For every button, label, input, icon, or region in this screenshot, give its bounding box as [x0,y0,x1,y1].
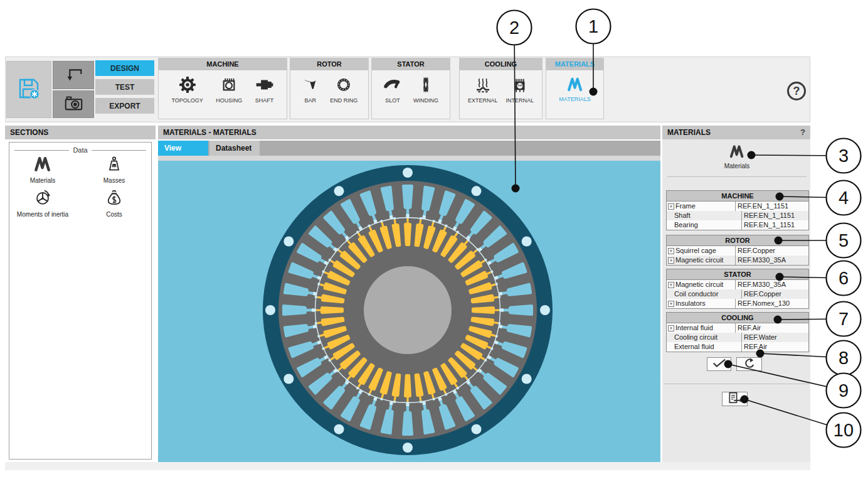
ribbon-item-topology[interactable]: TOPOLOGY [171,75,203,104]
ribbon-group-title: MACHINE [159,58,287,70]
expand-icon[interactable] [668,282,674,288]
ribbon-item-label: SLOT [385,97,400,104]
help-button[interactable]: ? [787,82,806,100]
table-title: COOLING [667,313,808,323]
table-row[interactable]: FrameREF.EN_1_1151 [667,202,808,211]
sections-item-masses[interactable]: Masses [80,154,149,184]
expand-icon[interactable] [668,301,674,307]
table-row[interactable]: Internal fluidREF.Air [667,323,808,333]
panel-divider [664,384,809,384]
sections-item-label: Moments of inertia [17,211,68,218]
table-title: ROTOR [667,235,808,246]
callout-marker [827,139,861,173]
costs-icon [104,187,124,208]
sections-item-moments-of-inertia[interactable]: Moments of inertia [4,187,82,218]
shaft-icon [255,75,274,94]
housing-icon [220,75,238,94]
table-row[interactable]: Cooling circuitREF.Water [667,333,808,342]
ribbon-item-slot[interactable]: SLOT [383,75,402,104]
sections-item-label: Costs [106,211,122,218]
validate-button[interactable] [707,357,731,371]
ribbon-item-materials[interactable]: MATERIALS [559,75,590,102]
tabstrip-spacer [158,156,660,161]
panel-help-icon[interactable]: ? [800,126,805,139]
row-value[interactable]: REF.Air [741,342,808,352]
import-arrow-button[interactable] [53,61,94,89]
materials-table: STATORMagnetic circuitREF.M330_35ACoil c… [666,269,809,309]
materials-panel-header: ? MATERIALS [662,126,810,139]
row-value[interactable]: REF.Air [735,323,808,333]
tab-test[interactable]: TEST [95,79,154,95]
ribbon-group-stator: STATOR SLOT [371,58,450,119]
sections-item-label: Materials [30,177,56,184]
export-button[interactable] [722,392,748,406]
ribbon-group-title: STATOR [372,58,450,70]
ribbon-item-bar[interactable]: BAR [301,75,320,104]
tab-view[interactable]: View [158,141,208,156]
row-label: Internal fluid [675,323,713,333]
row-value[interactable]: REF.EN_1_1151 [741,211,808,220]
table-row[interactable]: InsulatorsREF.Nomex_130 [667,299,808,308]
materials-icon [566,75,585,93]
table-row[interactable]: Magnetic circuitREF.M330_35A [667,256,808,265]
table-row[interactable]: External fluidREF.Air [667,342,808,352]
row-value[interactable]: REF.Copper [735,246,808,256]
ribbon-item-winding[interactable]: WINDING [413,75,438,104]
restore-icon [743,358,756,371]
sections-item-materials[interactable]: Materials [8,154,77,184]
row-value[interactable]: REF.EN_1_1151 [741,220,808,230]
panel-materials-item[interactable]: Materials [715,143,759,170]
row-value[interactable]: REF.M330_35A [735,256,808,265]
svg-text:9: 9 [839,380,849,401]
data-group-legend: Data [9,143,151,154]
svg-text:3: 3 [839,146,849,166]
table-row[interactable]: Squirrel cageREF.Copper [667,246,808,256]
row-value[interactable]: REF.Water [741,333,808,342]
sections-item-costs[interactable]: Costs [80,187,149,218]
svg-text:6: 6 [839,268,849,288]
tab-export[interactable]: EXPORT [95,98,154,114]
table-title: STATOR [667,269,808,280]
ribbon-item-housing[interactable]: HOUSING [216,75,242,104]
materials-table: COOLINGInternal fluidREF.AirCooling circ… [666,312,809,352]
expand-icon[interactable] [668,325,674,331]
winding-icon [416,75,435,94]
row-value[interactable]: REF.Nomex_130 [735,299,808,308]
save-button[interactable] [6,61,51,118]
table-title: MACHINE [667,191,808,202]
svg-text:4: 4 [839,188,849,208]
row-value[interactable]: REF.EN_1_1151 [735,202,808,211]
table-row[interactable]: ShaftREF.EN_1_1151 [667,211,808,220]
help-question-mark: ? [793,85,800,98]
tab-datasheet[interactable]: Datasheet [209,141,260,156]
tab-design[interactable]: DESIGN [95,60,154,76]
rotor-bar-icon [301,75,320,94]
ribbon-item-internal[interactable]: INTERNAL [505,75,534,104]
screenshot-button[interactable] [53,90,94,118]
ribbon-item-end-ring[interactable]: END RING [330,75,357,104]
end-ring-icon [334,75,353,94]
moments-of-inertia-icon [32,187,53,208]
expand-icon[interactable] [668,203,674,210]
svg-text:5: 5 [839,230,849,250]
ribbon-item-label: EXTERNAL [468,97,498,104]
ribbon-item-external[interactable]: EXTERNAL [468,75,498,104]
external-cooling-icon [474,75,492,94]
ribbon-group-title: MATERIALS [546,58,603,70]
ribbon-item-shaft[interactable]: SHAFT [255,75,274,104]
restore-button[interactable] [736,357,762,371]
table-row[interactable]: BearingREF.EN_1_1151 [667,220,808,230]
motor-cross-section [158,161,660,462]
row-label: Bearing [674,220,698,230]
table-row[interactable]: Coil conductorREF.Copper [667,289,808,299]
expand-icon[interactable] [668,248,674,254]
row-value[interactable]: REF.Copper [741,289,808,299]
table-row[interactable]: Magnetic circuitREF.M330_35A [667,280,808,289]
svg-text:8: 8 [839,348,849,368]
machine-view-area[interactable] [158,161,660,462]
expand-icon[interactable] [668,257,674,264]
callout-marker [827,181,861,215]
row-label: Insulators [675,299,706,308]
callout-marker [827,223,861,258]
row-value[interactable]: REF.M330_35A [735,280,808,289]
